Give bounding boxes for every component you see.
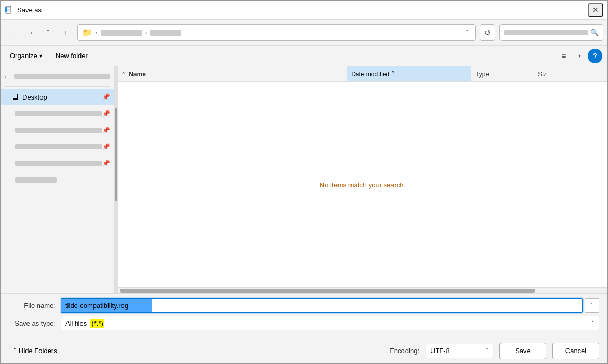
- back-button[interactable]: ←: [5, 25, 20, 40]
- search-icon: 🔍: [590, 29, 599, 36]
- address-separator-1: ›: [96, 30, 98, 36]
- file-area: ^ Name Date modified ˅ Type Siz No items…: [118, 66, 607, 293]
- sidebar-desktop-label: Desktop: [22, 93, 47, 101]
- pin-icon-3: 📌: [102, 127, 110, 134]
- sidebar-item-desktop[interactable]: 🖥 Desktop 📌: [1, 89, 114, 105]
- folder-icon: 📁: [82, 27, 92, 37]
- title-bar: Save as ✕: [1, 1, 607, 20]
- organize-button[interactable]: Organize ▾: [6, 50, 46, 62]
- save-button[interactable]: Save: [499, 343, 546, 359]
- sidebar-item-6-label: [15, 177, 57, 183]
- address-separator-2: ›: [145, 30, 147, 36]
- search-placeholder: [504, 30, 588, 35]
- file-name-input[interactable]: [61, 298, 583, 313]
- refresh-button[interactable]: ↺: [480, 24, 495, 41]
- close-button[interactable]: ✕: [588, 3, 603, 17]
- new-folder-button[interactable]: New folder: [50, 50, 93, 62]
- bottom-section: File name: ˅ Save as type: All files (*.…: [1, 293, 607, 338]
- view-dropdown-button[interactable]: ▾: [572, 49, 587, 63]
- pin-icon-5: 📌: [102, 160, 110, 167]
- column-type-header[interactable]: Type: [471, 71, 534, 78]
- search-bar[interactable]: 🔍: [499, 24, 603, 41]
- main-content: › 🖥 Desktop 📌 📌 📌 📌: [1, 66, 607, 293]
- hide-folders-button[interactable]: ˄ Hide Folders: [9, 345, 61, 357]
- sidebar-item-2[interactable]: 📌: [1, 105, 114, 122]
- sidebar-item-3[interactable]: 📌: [1, 122, 114, 138]
- address-segment-2: [150, 30, 181, 36]
- up-button[interactable]: ↑: [58, 25, 73, 40]
- save-as-type-label: Save as type:: [9, 319, 61, 327]
- encoding-dropdown-icon: ˅: [485, 347, 489, 354]
- dialog-title: Save as: [17, 6, 42, 14]
- encoding-value: UTF-8: [430, 347, 450, 355]
- column-name-header[interactable]: Name: [129, 71, 347, 78]
- encoding-select[interactable]: UTF-8 ˅: [426, 344, 493, 358]
- type-highlight: (*.*): [90, 319, 104, 328]
- hide-folders-arrow-icon: ˄: [13, 347, 17, 355]
- pin-icon-desktop: 📌: [102, 93, 110, 101]
- pin-icon-4: 📌: [102, 143, 110, 150]
- address-dropdown-button[interactable]: ˅: [464, 28, 471, 37]
- sidebar-item-5[interactable]: 📌: [1, 155, 114, 172]
- save-as-type-value: All files (*.*): [65, 319, 104, 327]
- navigation-toolbar: ← → ˅ ↑ 📁 › › ˅ ↺ 🔍: [1, 20, 607, 46]
- sidebar-scrollbar-thumb: [115, 108, 117, 201]
- collapse-icon[interactable]: ^: [122, 71, 125, 77]
- address-segment-1: [101, 30, 142, 36]
- pin-icon-2: 📌: [102, 110, 110, 117]
- file-name-dropdown-button[interactable]: ˅: [585, 298, 599, 313]
- h-scrollbar-thumb: [120, 289, 535, 293]
- sidebar-item-3-label: [15, 128, 102, 133]
- type-select-dropdown-icon: ˅: [591, 320, 595, 327]
- column-size-header[interactable]: Siz: [534, 71, 547, 78]
- second-toolbar-right: ≡ ▾ ?: [557, 49, 602, 63]
- sidebar-item-2-label: [15, 111, 102, 116]
- horizontal-scrollbar[interactable]: [118, 287, 607, 293]
- sidebar-scrollbar[interactable]: [115, 66, 118, 293]
- encoding-label: Encoding:: [389, 347, 420, 355]
- column-date-header[interactable]: Date modified ˅: [347, 66, 471, 81]
- help-button[interactable]: ?: [588, 49, 602, 63]
- save-as-type-row: Save as type: All files (*.*) ˅: [9, 316, 599, 330]
- file-name-label: File name:: [9, 302, 61, 310]
- svg-rect-1: [5, 7, 7, 12]
- desktop-icon: 🖥: [11, 92, 19, 102]
- section-arrow-icon: ›: [5, 74, 12, 79]
- cancel-button[interactable]: Cancel: [552, 343, 599, 359]
- date-sort-dropdown[interactable]: ˅: [391, 71, 395, 77]
- sidebar: › 🖥 Desktop 📌 📌 📌 📌: [1, 66, 115, 293]
- footer-right: Encoding: UTF-8 ˅ Save Cancel: [389, 343, 599, 359]
- notepad-icon: [5, 6, 13, 14]
- forward-button[interactable]: →: [22, 25, 38, 40]
- view-options-button[interactable]: ≡: [557, 49, 571, 63]
- save-as-dialog: Save as ✕ ← → ˅ ↑ 📁 › › ˅ ↺: [0, 0, 608, 364]
- file-list-empty-message: No items match your search.: [118, 82, 607, 287]
- title-bar-left: Save as: [5, 6, 42, 14]
- sidebar-item-5-label: [15, 161, 102, 166]
- sidebar-item-6[interactable]: [1, 172, 114, 188]
- footer: ˄ Hide Folders Encoding: UTF-8 ˅ Save Ca…: [1, 338, 607, 363]
- file-name-row: File name: ˅: [9, 298, 599, 313]
- recent-locations-button[interactable]: ˅: [40, 25, 56, 40]
- save-as-type-select[interactable]: All files (*.*) ˅: [61, 316, 599, 330]
- address-bar[interactable]: 📁 › › ˅: [77, 24, 476, 41]
- sidebar-section-1[interactable]: ›: [1, 68, 114, 84]
- file-list-header: ^ Name Date modified ˅ Type Siz: [118, 66, 607, 82]
- sidebar-item-4-label: [15, 144, 102, 149]
- organize-dropdown-icon: ▾: [39, 53, 42, 59]
- second-toolbar: Organize ▾ New folder ≡ ▾ ?: [1, 46, 607, 66]
- sidebar-item-4[interactable]: 📌: [1, 138, 114, 155]
- sidebar-divider-1: [5, 86, 110, 87]
- sidebar-section-placeholder: [14, 74, 110, 79]
